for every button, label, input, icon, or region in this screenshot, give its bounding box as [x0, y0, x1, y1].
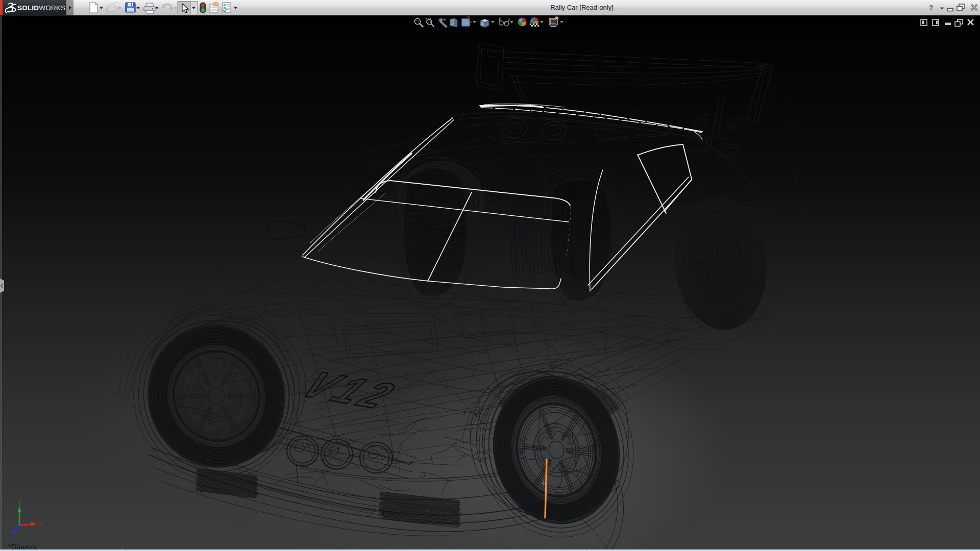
- svg-text:?: ?: [929, 4, 934, 12]
